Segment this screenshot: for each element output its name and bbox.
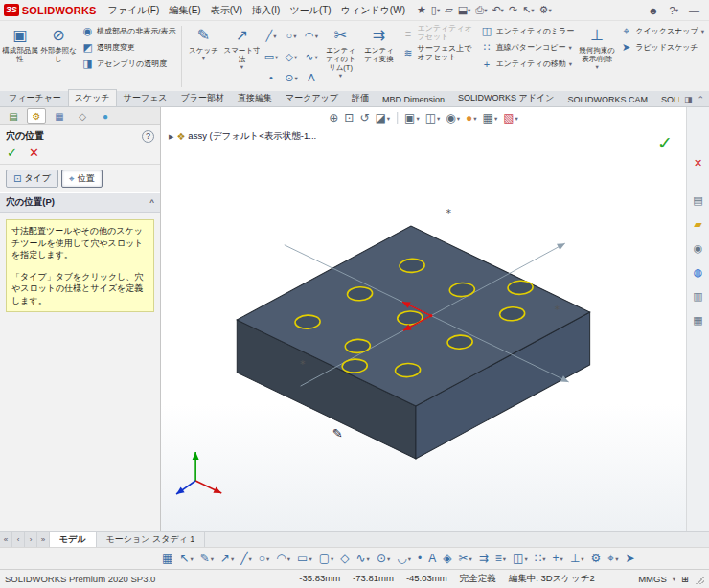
help-icon[interactable]: ? — [142, 130, 154, 143]
circle-button[interactable]: ○▾ — [256, 550, 273, 567]
cancel-button[interactable]: ✕ — [29, 146, 39, 160]
slot-button[interactable]: ▢▾ — [316, 550, 337, 567]
new-document-button[interactable]: ▯▾ — [429, 2, 442, 19]
menu-file[interactable]: ファイル(F) — [103, 3, 165, 17]
trim-entities-button[interactable]: ✂エンティティのトリム(T)▾ — [321, 23, 359, 90]
ribbon-tab-2[interactable]: サーフェス — [117, 89, 174, 106]
sketch-text-button[interactable]: A — [301, 67, 321, 88]
view-palette-icon[interactable]: ◉ — [691, 240, 706, 256]
pattern-button[interactable]: ∷▾ — [532, 550, 549, 567]
rectangle-button[interactable]: ▭▾ — [294, 550, 315, 567]
select-arrow-button[interactable]: ↖▾ — [520, 2, 536, 19]
smart-dimension-button[interactable]: ↗スマート寸法▾ — [222, 23, 261, 90]
position-tab[interactable]: ⌖位置 — [61, 170, 103, 188]
change-transparency-button[interactable]: ◩透明度変更 — [78, 39, 179, 56]
sketch-button[interactable]: ✎▾ — [197, 550, 217, 567]
ribbon-tab-8[interactable]: SOLIDWORKS アドイン — [451, 89, 560, 106]
edit-appearance-button[interactable]: ●▾ — [464, 110, 479, 125]
graphics-area[interactable]: ***✎ ⊕⊡↺◪▾▣▾◫▾◉▾●▾▦▾▧▾ ▶ ❖ assy (デフォルト<表… — [161, 107, 686, 531]
circle-button[interactable]: ○▾ — [281, 25, 301, 46]
confirm-corner-check-icon[interactable]: ✓ — [657, 132, 673, 154]
select-button[interactable]: ↖▾ — [176, 550, 195, 567]
cancel-sketch-icon[interactable]: ✕ — [691, 155, 706, 170]
displaymanager-tab[interactable]: ● — [96, 108, 115, 124]
menu-window[interactable]: ウィンドウ(W) — [336, 3, 410, 17]
save-button[interactable]: ⬓▾ — [456, 2, 473, 19]
hole-marker[interactable] — [295, 314, 321, 328]
rectangle-button[interactable]: ▭▾ — [261, 46, 281, 67]
linear-sketch-pattern-button[interactable]: ∷直線パターンコピー▾ — [477, 39, 579, 56]
text-button[interactable]: A — [425, 550, 439, 567]
scroll-next-icon[interactable]: › — [25, 532, 37, 547]
ribbon-tab-7[interactable]: MBD Dimension — [376, 92, 451, 106]
apply-scene-button[interactable]: ▦▾ — [481, 110, 500, 125]
units-selector[interactable]: MMGS — [638, 574, 667, 584]
print-button[interactable]: ⎙▾ — [473, 2, 489, 19]
offset-entities-button[interactable]: ≡エンティティオフセット — [399, 23, 477, 43]
options-button[interactable]: ⚙▾ — [537, 2, 554, 19]
spline-button[interactable]: ∿▾ — [301, 46, 321, 67]
fillet-button[interactable]: ◡▾ — [394, 550, 414, 567]
resize-grip[interactable] — [695, 575, 704, 584]
line-button[interactable]: ╱▾ — [238, 550, 255, 567]
model-scene[interactable]: ***✎ — [161, 107, 686, 531]
repair-sketch-button[interactable]: ⚙ — [588, 550, 605, 567]
sketch-button[interactable]: ✎スケッチ▾ — [184, 23, 222, 90]
hole-marker[interactable] — [397, 310, 423, 325]
zoom-fit-button[interactable]: ⊕ — [327, 110, 340, 125]
quick-snaps-button[interactable]: ⌖クイックスナップ▾ — [616, 23, 708, 39]
ribbon-tab-1[interactable]: スケッチ — [68, 89, 117, 106]
move-button[interactable]: +▾ — [550, 550, 566, 567]
display-style-button[interactable]: ◫▾ — [423, 110, 443, 125]
spline-button[interactable]: ∿▾ — [354, 550, 373, 567]
arc-button[interactable]: ◠▾ — [301, 25, 321, 46]
scroll-prev-icon[interactable]: ‹ — [12, 532, 25, 547]
ribbon-tab-4[interactable]: 直接編集 — [231, 89, 279, 106]
featuremanager-tab[interactable]: ▤ — [4, 108, 23, 124]
mirror-entities-button[interactable]: ◫エンティティのミラー — [477, 23, 579, 39]
component-properties-button[interactable]: ▣構成部品属性 — [1, 23, 39, 90]
breadcrumb[interactable]: ▶ ❖ assy (デフォルト<表示状態-1... — [169, 130, 316, 143]
collapse-ribbon-icon[interactable]: ⌃ — [697, 95, 704, 104]
ribbon-tab-6[interactable]: 評価 — [345, 89, 376, 106]
ribbon-tab-9[interactable]: SOLIDWORKS CAM — [560, 92, 654, 106]
propertymanager-tab[interactable]: ⚙ — [27, 108, 46, 124]
convert-entities-button[interactable]: ⇉エンティティ変換 — [360, 23, 399, 90]
hole-marker[interactable] — [347, 286, 373, 301]
mirror-button[interactable]: ◫▾ — [510, 550, 531, 567]
plane-button[interactable]: ◈ — [440, 550, 454, 567]
relations-button[interactable]: ⊥▾ — [567, 550, 587, 567]
convert-entities-button[interactable]: ⇉ — [476, 550, 492, 567]
ribbon-tab-0[interactable]: フィーチャー — [2, 89, 68, 106]
previous-view-button[interactable]: ↺ — [357, 110, 371, 125]
rapid-sketch-button[interactable]: ➤ラピッドスケッチ — [616, 39, 708, 56]
custom-properties-icon[interactable]: ▥ — [691, 288, 706, 304]
hole-position-section-header[interactable]: 穴の位置(P) ^ — [0, 192, 160, 213]
hole-marker[interactable] — [342, 358, 368, 373]
ok-button[interactable]: ✓ — [7, 146, 17, 160]
point-button[interactable]: • — [261, 67, 281, 88]
hide-show-items-button[interactable]: ◉▾ — [444, 110, 462, 125]
minimize-button[interactable]: — — [687, 2, 701, 19]
zoom-area-button[interactable]: ⊡ — [342, 110, 355, 125]
polygon-button[interactable]: ◇▾ — [281, 46, 301, 67]
point-button[interactable]: • — [415, 550, 424, 567]
ribbon-tab-5[interactable]: マークアップ — [279, 89, 345, 106]
pane-display-icon[interactable]: ▦ — [691, 312, 706, 328]
task-pane-toggle-icon[interactable]: ◨ — [684, 95, 693, 104]
line-button[interactable]: ╱▾ — [261, 25, 281, 46]
rapid-sketch-button[interactable]: ➤ — [622, 550, 637, 567]
type-tab[interactable]: ⊡タイプ — [6, 170, 58, 188]
assembly-transparency-button[interactable]: ◨アセンブリの透明度 — [78, 56, 179, 72]
view-settings-button[interactable]: ▧▾ — [501, 110, 520, 125]
move-entities-button[interactable]: +エンティティの移動▾ — [477, 56, 579, 72]
undo-button[interactable]: ↶▾ — [490, 2, 505, 19]
ellipse-button[interactable]: ⊙▾ — [281, 67, 301, 88]
file-explorer-icon[interactable]: ▰ — [691, 216, 706, 232]
view-orientation-button[interactable]: ▣▾ — [402, 110, 422, 125]
ellipse-button[interactable]: ⊙▾ — [374, 550, 393, 567]
open-button[interactable]: ▱ — [443, 2, 454, 19]
redo-button[interactable]: ↷ — [507, 2, 519, 19]
scroll-first-icon[interactable]: « — [0, 532, 12, 547]
configurationmanager-tab[interactable]: ▦ — [50, 108, 69, 124]
